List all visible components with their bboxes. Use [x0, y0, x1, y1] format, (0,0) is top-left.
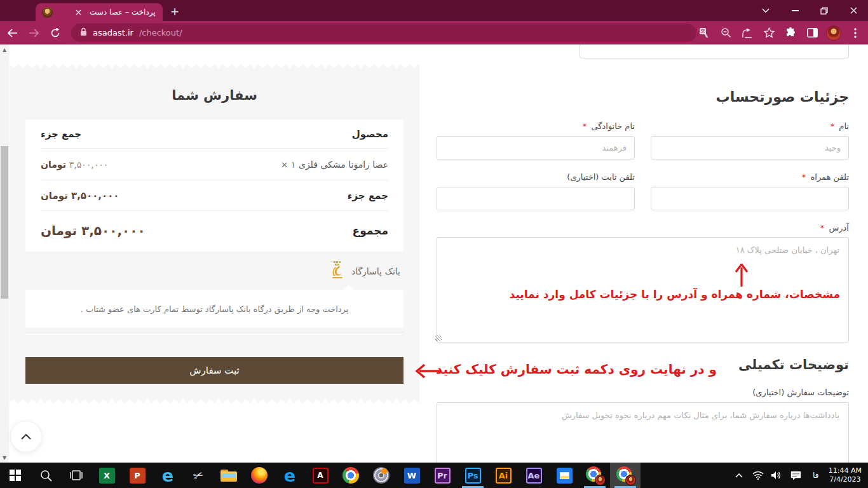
order-summary-panel: سفارش شما محصول جمع جزء عصا رامونا مشکی … [10, 70, 419, 397]
profile-avatar[interactable] [825, 24, 843, 42]
clipped-input-above[interactable] [580, 44, 849, 58]
tab-close-icon[interactable] [73, 7, 83, 17]
total-price: ۳,۵۰۰,۰۰۰ تومان [41, 223, 146, 238]
taskbar-acrobat-icon[interactable]: A [305, 463, 336, 488]
col-product: محصول [352, 128, 388, 140]
textarea-resize-grip[interactable] [435, 335, 442, 341]
divider [25, 332, 403, 332]
total-label: مجموع [353, 224, 388, 237]
taskbar-aftereffects-icon[interactable]: Ae [519, 463, 549, 488]
taskbar-powerpoint-icon[interactable]: P [122, 463, 153, 488]
hidden-icons-chevron[interactable] [729, 463, 749, 488]
taskbar-chrome-icon[interactable] [336, 463, 366, 488]
chrome-profile-badge [625, 475, 636, 485]
billing-title: جزئیات صورتحساب [716, 89, 849, 105]
last-name-label: نام خانوادگی * [583, 121, 635, 131]
taskbar-snipping-tool-icon[interactable]: ✂ [183, 463, 214, 488]
taskbar-edge-icon[interactable]: e [275, 463, 305, 488]
bank-pasargad-logo-icon [330, 261, 345, 281]
annotation-address-note: مشخصات، شماره همراه و آدرس را با جزئیات … [510, 288, 840, 301]
annotation-submit-note: و در نهایت روی دکمه ثبت سفارش کلیک کنید [436, 362, 717, 377]
task-view-icon[interactable] [61, 463, 92, 488]
landline-input[interactable] [437, 187, 635, 210]
bank-pasargad-label: بانک پاسارگاد [351, 266, 400, 276]
forward-button[interactable] [24, 24, 43, 43]
taskbar-illustrator-icon[interactable]: Ai [488, 463, 519, 488]
extensions-puzzle-icon[interactable] [782, 24, 799, 42]
share-icon[interactable] [738, 24, 756, 42]
taskbar-ie-icon[interactable]: e [153, 463, 183, 488]
window-controls [751, 0, 868, 21]
url-host: asadast.ir [93, 28, 133, 37]
url-path: /checkout/ [139, 28, 182, 37]
receipt-zigzag-top [10, 64, 419, 70]
tab-search-chevron-icon[interactable] [751, 0, 780, 21]
bookmark-star-icon[interactable] [760, 24, 778, 42]
close-window-button[interactable] [839, 0, 868, 21]
notes-textarea[interactable] [437, 402, 849, 463]
language-indicator[interactable]: فا [806, 471, 826, 480]
touch-keyboard-icon[interactable] [787, 463, 806, 488]
taskbar-disc-burner-icon[interactable] [366, 463, 397, 488]
volume-icon[interactable] [768, 463, 787, 488]
page-scrollbar[interactable]: ▲ ▼ [0, 44, 9, 463]
browser-tab[interactable]: پرداخت – عصا دست [36, 3, 163, 21]
product-name: عصا رامونا مشکی فلزی × ۱ [281, 159, 388, 170]
first-name-input[interactable] [651, 136, 849, 159]
taskbar-excel-icon[interactable]: X [92, 463, 122, 488]
minimize-button[interactable] [780, 0, 810, 21]
clock-time: 11:44 AM [829, 466, 862, 475]
payment-method[interactable]: بانک پاسارگاد [330, 261, 400, 281]
taskbar-chrome-profile-icon[interactable] [580, 463, 610, 488]
wifi-icon[interactable] [749, 463, 768, 488]
scroll-to-top-button[interactable] [10, 421, 42, 452]
mobile-input[interactable] [651, 187, 849, 210]
place-order-button[interactable]: ثبت سفارش [25, 357, 403, 384]
taskbar-media-app-icon[interactable] [549, 463, 580, 488]
lock-icon [80, 27, 87, 39]
address-bar[interactable]: asadast.ir/checkout/ [71, 24, 696, 42]
col-subtotal: جمع جزء [41, 128, 81, 140]
checkout-page: ▲ ▼ سفارش شما محصول جمع جزء عصا رامونا م… [0, 44, 868, 463]
zoom-icon[interactable] [717, 24, 735, 42]
product-qty: × ۱ [281, 159, 296, 170]
last-name-input[interactable] [437, 136, 635, 159]
taskbar-file-explorer-icon[interactable] [214, 463, 244, 488]
first-name-label: نام * [831, 121, 849, 131]
taskbar-clock[interactable]: 11:44 AM 7/4/2023 [826, 466, 868, 484]
windows-taskbar: X P e ✂ e A W Pr Ps Ai Ae [0, 463, 868, 488]
product-price: ۳,۵۰۰,۰۰۰ تومان [41, 159, 108, 170]
taskbar-premiere-icon[interactable]: Pr [427, 463, 458, 488]
back-button[interactable] [3, 24, 22, 43]
site-favicon-icon [42, 7, 53, 18]
side-panel-icon[interactable] [803, 24, 821, 42]
start-button[interactable] [0, 463, 31, 488]
titlebar: پرداخت – عصا دست + [0, 0, 868, 21]
scrollbar-down-arrow[interactable]: ▼ [0, 452, 9, 463]
taskbar-search-icon[interactable] [31, 463, 61, 488]
reload-button[interactable] [46, 24, 65, 43]
translate-icon[interactable] [695, 24, 713, 42]
tab-title: پرداخت – عصا دست [90, 8, 156, 17]
taskbar-word-icon[interactable]: W [397, 463, 427, 488]
red-arrow-up-icon [735, 264, 749, 289]
chrome-profile-badge [595, 475, 606, 485]
subtotal-row: جمع جزء ۳,۵۰۰,۰۰۰ تومان [41, 180, 388, 211]
system-tray: فا 11:44 AM 7/4/2023 [729, 463, 868, 488]
taskbar-chrome-profile-active-icon[interactable] [610, 463, 641, 488]
clock-date: 7/4/2023 [829, 475, 862, 484]
browser-toolbar: asadast.ir/checkout/ [0, 21, 868, 44]
red-arrow-left-icon [414, 363, 441, 381]
payment-description: پرداخت وجه از طریق درگاه بانک پاسارگاد ت… [25, 290, 403, 328]
browser-window: پرداخت – عصا دست + [0, 0, 868, 488]
scrollbar-up-arrow[interactable]: ▲ [0, 44, 9, 55]
taskbar-firefox-icon[interactable] [244, 463, 275, 488]
address-label: آدرس * [820, 223, 849, 233]
notes-label: توضیحات سفارش (اختیاری) [752, 388, 849, 397]
scrollbar-thumb[interactable] [1, 146, 8, 299]
menu-kebab-icon[interactable] [846, 24, 864, 42]
new-tab-button[interactable]: + [166, 4, 183, 18]
taskbar-photoshop-icon[interactable]: Ps [458, 463, 488, 488]
total-row: مجموع ۳,۵۰۰,۰۰۰ تومان [41, 211, 388, 250]
restore-button[interactable] [810, 0, 839, 21]
